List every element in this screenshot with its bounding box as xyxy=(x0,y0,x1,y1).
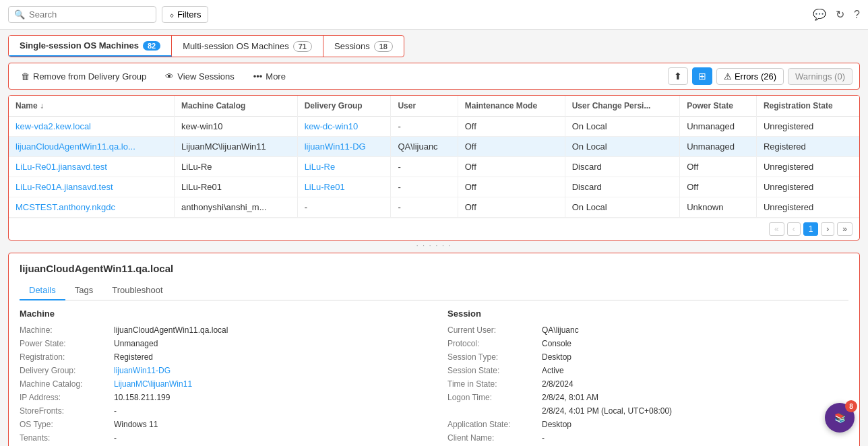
name-link[interactable]: kew-vda2.kew.local xyxy=(16,121,91,131)
remove-from-delivery-group-button[interactable]: 🗑 Remove from Delivery Group xyxy=(16,69,152,84)
cell-link[interactable]: LiLu-Re xyxy=(305,162,336,172)
table-cell: LijuanMC\lijuanWin11 xyxy=(175,137,298,157)
tab-single-session-label: Single-session OS Machines xyxy=(20,40,139,51)
toolbar: 🗑 Remove from Delivery Group 👁 View Sess… xyxy=(8,63,860,90)
col-user[interactable]: User xyxy=(391,96,458,117)
search-icon: 🔍 xyxy=(14,9,25,20)
detail-field-label: Application State: xyxy=(447,420,535,429)
table-row[interactable]: MCSTEST.anthony.nkgdcanthonyshi\anshi_m.… xyxy=(9,197,859,218)
tab-multi-session-count: 71 xyxy=(293,41,312,52)
detail-field-label: Current User: xyxy=(447,325,535,335)
detail-columns: Machine Machine:lijuanCloudAgentWin11.qa… xyxy=(20,309,848,446)
detail-field-value: Desktop xyxy=(542,420,571,429)
more-button[interactable]: ••• More xyxy=(248,69,291,84)
table-cell: - xyxy=(391,157,458,177)
page-first-button[interactable]: « xyxy=(769,222,784,236)
errors-button[interactable]: ⚠ Errors (26) xyxy=(716,68,784,85)
filter-button[interactable]: ⬦ Filters xyxy=(162,6,208,23)
table-row[interactable]: LiLu-Re01.jiansavd.testLiLu-ReLiLu-Re-Of… xyxy=(9,157,859,177)
machine-section-heading: Machine xyxy=(20,309,421,319)
float-badge[interactable]: 📚 8 xyxy=(825,403,855,433)
detail-field-link[interactable]: LijuanMC\lijuanWin11 xyxy=(114,379,192,389)
table-cell: Discard xyxy=(565,157,680,177)
detail-row: Machine Catalog:LijuanMC\lijuanWin11 xyxy=(20,379,421,389)
toolbar-right: ⬆ ⊞ ⚠ Errors (26) Warnings (0) xyxy=(668,67,852,85)
remove-label: Remove from Delivery Group xyxy=(33,71,146,82)
search-input[interactable] xyxy=(29,9,137,20)
table-cell: On Local xyxy=(565,197,680,218)
detail-field-value: 2/8/24, 4:01 PM (Local, UTC+08:00) xyxy=(542,406,672,416)
detail-field-value[interactable]: lijuanWin11-DG xyxy=(114,366,170,375)
page-next-button[interactable]: › xyxy=(821,222,834,236)
detail-row: StoreFronts:- xyxy=(20,406,421,416)
refresh-icon[interactable]: ↻ xyxy=(836,8,844,21)
col-maintenance-mode[interactable]: Maintenance Mode xyxy=(458,96,565,117)
share-icon-button[interactable]: ⬆ xyxy=(668,67,688,85)
detail-row: Registration:Registered xyxy=(20,352,421,362)
columns-icon-button[interactable]: ⊞ xyxy=(692,67,712,85)
detail-field-value: - xyxy=(114,433,117,443)
name-link[interactable]: lijuanCloudAgentWin11.qa.lo... xyxy=(16,141,135,152)
tab-sessions[interactable]: Sessions 18 xyxy=(323,36,404,57)
table-cell[interactable]: kew-dc-win10 xyxy=(297,117,391,137)
table-cell[interactable]: LiLu-Re01 xyxy=(297,177,391,197)
table-row[interactable]: lijuanCloudAgentWin11.qa.lo...LijuanMC\l… xyxy=(9,137,859,157)
table-header-row: Name ↓ Machine Catalog Delivery Group Us… xyxy=(9,96,859,117)
name-link[interactable]: MCSTEST.anthony.nkgdc xyxy=(16,202,115,212)
detail-tab-tags[interactable]: Tags xyxy=(65,281,102,300)
detail-row: 2/8/24, 4:01 PM (Local, UTC+08:00) xyxy=(447,406,848,416)
col-power-state[interactable]: Power State xyxy=(680,96,757,117)
detail-row: Power State:Unmanaged xyxy=(20,339,421,348)
tab-single-session[interactable]: Single-session OS Machines 82 xyxy=(9,36,172,57)
col-machine-catalog[interactable]: Machine Catalog xyxy=(175,96,298,117)
detail-field-label: Logon Time: xyxy=(447,393,535,402)
error-icon: ⚠ xyxy=(724,71,732,82)
top-bar-right: 💬 ↻ ? xyxy=(813,8,860,21)
cell-link[interactable]: LiLu-Re01 xyxy=(305,182,345,192)
detail-tab-details[interactable]: Details xyxy=(20,281,65,300)
page-prev-button[interactable]: ‹ xyxy=(787,222,801,236)
col-user-change-persi[interactable]: User Change Persi... xyxy=(565,96,680,117)
warnings-button[interactable]: Warnings (0) xyxy=(788,68,852,85)
table-cell: Unmanaged xyxy=(680,117,757,137)
name-link[interactable]: LiLu-Re01.jiansavd.test xyxy=(16,162,107,172)
table-cell: Off xyxy=(680,157,757,177)
view-sessions-button[interactable]: 👁 View Sessions xyxy=(160,69,239,84)
trash-icon: 🗑 xyxy=(21,71,30,82)
cell-name[interactable]: lijuanCloudAgentWin11.qa.lo... xyxy=(9,137,175,157)
table-cell: On Local xyxy=(565,117,680,137)
detail-field-value: Active xyxy=(542,366,564,375)
cell-link[interactable]: lijuanWin11-DG xyxy=(305,141,366,152)
col-delivery-group[interactable]: Delivery Group xyxy=(297,96,391,117)
help-icon[interactable]: ? xyxy=(854,9,860,21)
detail-field-link[interactable]: lijuanWin11-DG xyxy=(114,366,170,375)
col-registration-state[interactable]: Registration State xyxy=(756,96,859,117)
filter-label: Filters xyxy=(177,9,201,20)
cell-name[interactable]: kew-vda2.kew.local xyxy=(9,117,175,137)
resize-handle[interactable]: · · · · · · xyxy=(8,241,860,250)
table-cell[interactable]: LiLu-Re xyxy=(297,157,391,177)
table-row[interactable]: LiLu-Re01A.jiansavd.testLiLu-Re01LiLu-Re… xyxy=(9,177,859,197)
detail-field-value: lijuanCloudAgentWin11.qa.local xyxy=(114,325,228,335)
chat-icon[interactable]: 💬 xyxy=(813,8,826,21)
cell-name[interactable]: MCSTEST.anthony.nkgdc xyxy=(9,197,175,218)
detail-field-value[interactable]: LijuanMC\lijuanWin11 xyxy=(114,379,192,389)
cell-name[interactable]: LiLu-Re01.jiansavd.test xyxy=(9,157,175,177)
table-cell[interactable]: lijuanWin11-DG xyxy=(297,137,391,157)
page-current-button[interactable]: 1 xyxy=(803,222,819,236)
tab-multi-session[interactable]: Multi-session OS Machines 71 xyxy=(172,36,323,57)
page-last-button[interactable]: » xyxy=(837,222,852,236)
name-link[interactable]: LiLu-Re01A.jiansavd.test xyxy=(16,182,113,192)
table-row[interactable]: kew-vda2.kew.localkew-win10kew-dc-win10-… xyxy=(9,117,859,137)
cell-name[interactable]: LiLu-Re01A.jiansavd.test xyxy=(9,177,175,197)
table-cell: Unregistered xyxy=(756,197,859,218)
tab-multi-session-label: Multi-session OS Machines xyxy=(183,41,289,51)
table-cell: Off xyxy=(458,137,565,157)
detail-tab-troubleshoot[interactable]: Troubleshoot xyxy=(102,281,172,300)
detail-field-label: Machine Catalog: xyxy=(20,379,107,389)
cell-link[interactable]: kew-dc-win10 xyxy=(305,121,358,131)
view-sessions-label: View Sessions xyxy=(177,71,234,82)
col-name[interactable]: Name ↓ xyxy=(9,96,175,117)
top-bar: 🔍 ⬦ Filters 💬 ↻ ? xyxy=(0,0,868,30)
table-cell: Unmanaged xyxy=(680,137,757,157)
